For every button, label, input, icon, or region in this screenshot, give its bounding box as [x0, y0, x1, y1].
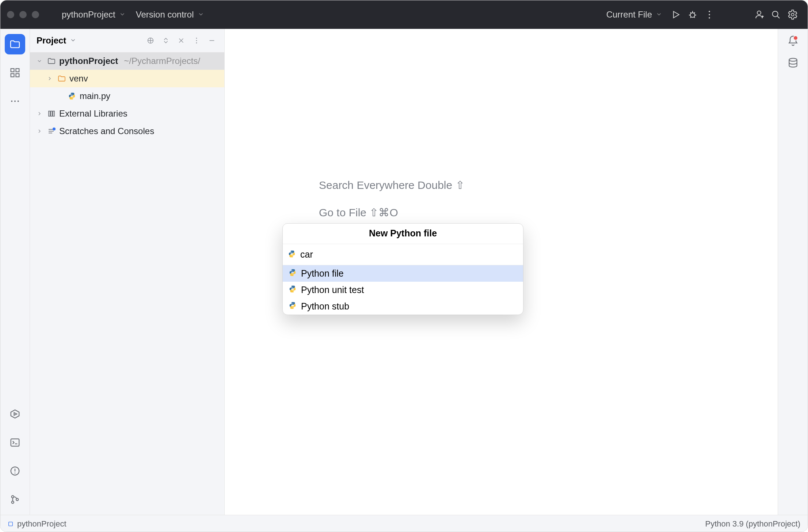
svg-rect-20 — [11, 74, 14, 77]
left-tool-rail — [0, 29, 30, 515]
svg-point-42 — [196, 42, 197, 43]
debug-button[interactable] — [684, 6, 701, 23]
git-tool-button[interactable] — [5, 489, 25, 510]
python-file-icon — [67, 92, 77, 100]
tree-item-mainpy[interactable]: main.py — [30, 87, 224, 105]
terminal-tool-button[interactable] — [5, 432, 25, 453]
svg-point-12 — [757, 11, 761, 15]
svg-point-31 — [15, 472, 16, 474]
status-bar: pythonProject Python 3.9 (pythonProject) — [0, 515, 808, 532]
svg-rect-62 — [9, 522, 13, 526]
project-selector[interactable]: pythonProject — [57, 10, 131, 20]
popup-option-label: Python unit test — [301, 285, 364, 295]
popup-option-python-unit-test[interactable]: Python unit test — [283, 282, 523, 298]
more-tools-button[interactable] — [5, 91, 25, 111]
tree-root-row[interactable]: pythonProject ~/PycharmProjects/ — [30, 52, 224, 70]
chevron-right-icon[interactable] — [35, 128, 44, 134]
svg-rect-21 — [16, 74, 19, 77]
svg-line-16 — [777, 16, 780, 18]
hide-panel-button[interactable] — [206, 35, 218, 46]
svg-point-45 — [73, 98, 73, 99]
svg-rect-48 — [53, 111, 54, 116]
project-panel-title: Project — [37, 35, 66, 46]
tree-item-venv[interactable]: venv — [30, 70, 224, 87]
database-tool-button[interactable] — [787, 57, 799, 71]
hint-search-everywhere: Search Everywhere Double ⇧ — [319, 179, 465, 191]
search-button[interactable] — [767, 6, 784, 23]
svg-point-60 — [293, 308, 294, 308]
library-icon — [47, 109, 56, 118]
svg-point-56 — [293, 275, 294, 276]
close-panel-button[interactable] — [175, 35, 187, 46]
notifications-button[interactable] — [787, 35, 799, 48]
popup-options-list: Python file Python unit test Python stub — [283, 265, 523, 315]
window-controls[interactable] — [7, 11, 39, 18]
svg-point-22 — [11, 100, 12, 102]
svg-point-44 — [70, 93, 71, 94]
svg-point-61 — [789, 58, 797, 61]
chevron-right-icon[interactable] — [45, 76, 54, 81]
settings-button[interactable] — [784, 6, 801, 23]
titlebar: pythonProject Version control Current Fi… — [0, 0, 808, 29]
popup-option-label: Python file — [301, 268, 344, 279]
editor-area: Search Everywhere Double ⇧ Go to File ⇧⌘… — [225, 29, 778, 515]
popup-option-python-stub[interactable]: Python stub — [283, 298, 523, 315]
svg-rect-18 — [11, 69, 14, 72]
folder-icon — [47, 57, 56, 65]
status-module[interactable]: pythonProject — [8, 519, 66, 529]
new-file-popup: New Python file Python file — [282, 223, 523, 315]
svg-point-58 — [293, 291, 294, 292]
project-selector-label: pythonProject — [62, 10, 115, 20]
project-tree[interactable]: pythonProject ~/PycharmProjects/ venv ma… — [30, 52, 224, 140]
svg-point-59 — [291, 303, 292, 303]
svg-line-6 — [694, 12, 695, 14]
services-tool-button[interactable] — [5, 404, 25, 424]
status-module-label: pythonProject — [17, 519, 66, 529]
svg-rect-47 — [51, 111, 52, 116]
chevron-down-icon — [198, 10, 204, 20]
svg-marker-26 — [14, 413, 17, 415]
select-opened-file-button[interactable] — [145, 35, 156, 46]
vcs-selector[interactable]: Version control — [131, 10, 209, 20]
python-file-icon — [288, 250, 296, 259]
svg-rect-27 — [11, 439, 19, 446]
svg-point-10 — [709, 14, 710, 15]
run-config-selector[interactable]: Current File — [601, 10, 667, 20]
tree-item-external-libraries[interactable]: External Libraries — [30, 105, 224, 122]
chevron-down-icon[interactable] — [70, 35, 76, 46]
tree-root-path: ~/PycharmProjects/ — [124, 56, 200, 66]
problems-tool-button[interactable] — [5, 461, 25, 481]
maximize-window[interactable] — [32, 11, 39, 18]
popup-option-label: Python stub — [301, 301, 349, 312]
chevron-down-icon — [656, 10, 662, 20]
panel-options-button[interactable] — [191, 35, 202, 46]
python-file-icon — [289, 268, 297, 279]
project-panel-header: Project — [30, 29, 224, 52]
close-window[interactable] — [7, 11, 14, 18]
more-actions-button[interactable] — [701, 6, 718, 23]
svg-point-33 — [12, 501, 14, 503]
svg-point-9 — [709, 11, 710, 12]
right-tool-rail — [778, 29, 808, 515]
expand-collapse-button[interactable] — [160, 35, 172, 46]
run-config-label: Current File — [606, 10, 652, 20]
code-with-me-button[interactable] — [751, 6, 767, 23]
chevron-right-icon[interactable] — [35, 111, 44, 117]
filename-input[interactable] — [300, 247, 518, 262]
run-button[interactable] — [667, 6, 684, 23]
scratches-icon — [47, 127, 56, 136]
chevron-down-icon[interactable] — [35, 58, 44, 64]
svg-point-41 — [196, 40, 197, 41]
svg-point-34 — [16, 498, 18, 501]
svg-line-7 — [690, 17, 691, 18]
structure-tool-button[interactable] — [5, 62, 25, 83]
tree-root-name: pythonProject — [59, 56, 118, 66]
tree-item-scratches[interactable]: Scratches and Consoles — [30, 122, 224, 140]
svg-rect-19 — [16, 69, 19, 72]
status-interpreter[interactable]: Python 3.9 (pythonProject) — [705, 519, 800, 529]
project-tool-button[interactable] — [5, 34, 25, 54]
svg-line-5 — [690, 12, 691, 14]
svg-point-11 — [709, 17, 710, 19]
minimize-window[interactable] — [19, 11, 27, 18]
popup-option-python-file[interactable]: Python file — [283, 265, 523, 282]
